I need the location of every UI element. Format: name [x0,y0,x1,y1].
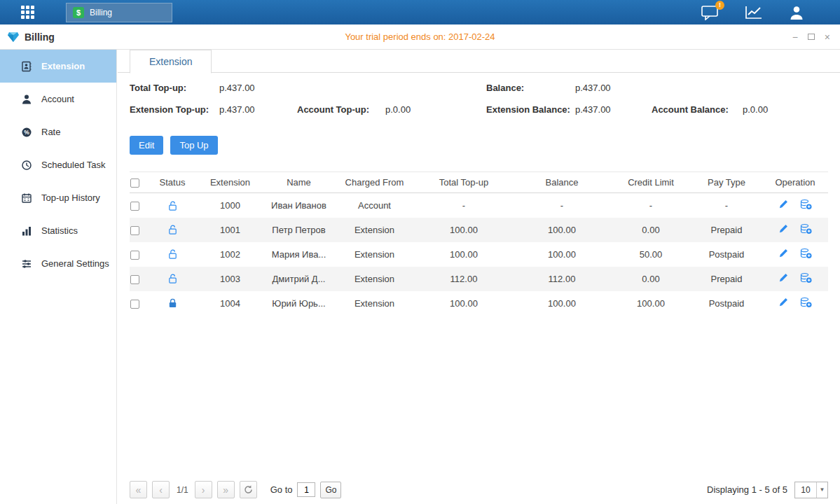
topup-icon[interactable] [800,248,812,261]
locked-icon [167,298,178,308]
sidebar-item-scheduled-task[interactable]: Scheduled Task [0,148,116,181]
next-page-button[interactable]: › [195,481,212,498]
window-title-bar: Billing Your trial period ends on: 2017-… [0,24,840,50]
row-checkbox[interactable] [130,202,139,211]
pagination-right: Displaying 1 - 5 of 5 10 ▼ [707,482,828,498]
topup-icon[interactable] [800,297,812,310]
total-topup-label: Total Top-up: [130,83,186,93]
account-topup-label: Account Top-up: [297,104,369,115]
edit-icon[interactable] [778,199,789,211]
row-checkbox[interactable] [130,226,139,235]
sidebar-item-account[interactable]: Account [0,83,116,115]
unlocked-icon [167,200,178,210]
go-button[interactable]: Go [320,482,341,498]
maximize-icon[interactable] [808,34,815,40]
sidebar-item-general-settings[interactable]: General Settings [0,247,116,280]
sidebar-item-label: Top-up History [41,192,100,203]
col-pay-type: Pay Type [691,172,762,193]
cell-charged-from: Account [334,193,415,218]
pagination-bar: « ‹ 1/1 › » Go to Go Displaying 1 - 5 of… [130,481,828,498]
cell-total-topup: - [415,193,513,218]
col-credit-limit: Credit Limit [611,172,691,193]
cell-total-topup: 100.00 [415,218,513,242]
col-name: Name [263,172,334,193]
extension-balance-value: p.437.00 [575,104,611,115]
col-status: Status [148,172,197,193]
extension-table: Status Extension Name Charged From Total… [130,172,828,316]
minimize-icon[interactable]: − [792,32,798,42]
table-header-row: Status Extension Name Charged From Total… [130,172,828,193]
sidebar-item-label: Account [41,94,74,104]
col-operation: Operation [762,172,828,193]
cell-extension: 1004 [197,291,263,316]
edit-icon[interactable] [778,272,789,285]
edit-icon[interactable] [778,248,789,260]
prev-page-icon: ‹ [159,484,163,496]
edit-icon[interactable] [778,297,789,309]
last-page-button[interactable]: » [217,481,235,498]
refresh-button[interactable] [240,481,257,498]
row-checkbox[interactable] [130,275,139,284]
row-checkbox[interactable] [130,251,139,260]
sidebar-item-label: Rate [41,127,60,137]
sidebar-item-topup-history[interactable]: Top-up History [0,181,116,214]
cell-balance: 100.00 [513,242,611,267]
user-button[interactable] [788,5,805,20]
col-charged-from: Charged From [334,172,415,193]
cell-name: Дмитрий Д... [263,267,334,291]
scheduled-task-icon [20,160,32,171]
cell-charged-from: Extension [334,267,415,291]
cell-pay-type: Prepaid [691,267,762,291]
cell-name: Петр Петров [263,218,334,242]
topup-icon[interactable] [800,199,812,212]
topup-icon[interactable] [800,272,812,286]
close-icon[interactable]: × [825,32,830,42]
extension-table-body: 1000Иван ИвановAccount----1001Петр Петро… [130,193,828,316]
tab-strip: Extension [118,50,840,73]
general-settings-icon [20,258,32,270]
goto-page-input[interactable] [297,482,315,497]
cell-charged-from: Extension [334,291,415,316]
table-row: 1002Мария Ива...Extension100.00100.0050.… [130,242,828,267]
sidebar-item-rate[interactable]: % Rate [0,115,116,148]
top-up-button[interactable]: Top Up [170,136,217,155]
cell-pay-type: Postpaid [691,242,762,267]
select-all-checkbox[interactable] [130,178,139,188]
first-page-button[interactable]: « [130,481,147,498]
account-balance-value: p.0.00 [743,104,768,115]
account-icon [20,94,32,105]
page-size-select[interactable]: 10 ▼ [794,482,828,498]
sidebar-item-extension[interactable]: Extension [0,50,116,83]
extension-balance-label: Extension Balance: [486,104,570,115]
topbar-icons: ! [701,5,805,20]
tab-extension[interactable]: Extension [130,50,212,74]
trial-notice: Your trial period ends on: 2017-02-24 [0,31,840,42]
refresh-icon [244,485,253,494]
sidebar-item-statistics[interactable]: Statistics [0,214,116,247]
goto-label: Go to [270,484,293,495]
sidebar: Extension Account % Rate Scheduled Task [0,50,117,504]
edit-button[interactable]: Edit [130,136,163,155]
cell-pay-type: Postpaid [691,291,762,316]
reports-button[interactable] [745,5,763,20]
sidebar-item-label: Statistics [41,225,78,236]
unlocked-icon [167,224,178,234]
topup-history-icon [20,192,32,204]
edit-icon[interactable] [778,223,789,236]
page-indicator: 1/1 [177,485,188,495]
cell-extension: 1002 [197,242,263,267]
row-checkbox[interactable] [130,300,139,309]
total-topup-value: p.437.00 [219,83,255,93]
billing-app-tab[interactable]: $ Billing [66,3,172,22]
cell-total-topup: 112.00 [415,267,513,291]
cell-extension: 1001 [197,218,263,242]
extension-icon [20,61,32,72]
chevron-down-icon: ▼ [816,482,827,498]
topup-icon[interactable] [800,223,812,237]
apps-grid-icon[interactable] [21,6,34,19]
prev-page-button[interactable]: ‹ [152,481,170,498]
billing-logo-icon [7,31,20,43]
statistics-icon [20,225,32,237]
col-total-topup: Total Top-up [415,172,513,193]
messages-button[interactable]: ! [701,5,719,20]
